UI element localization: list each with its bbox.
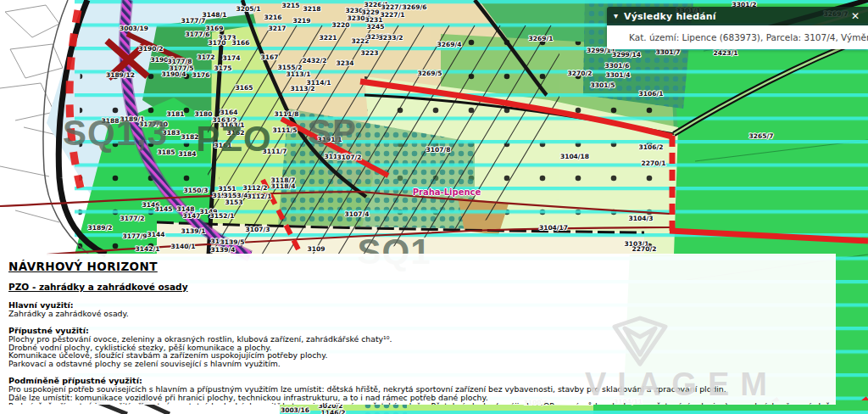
info-section: Podmíněně přípustné využití:Pro uspokoje… [8, 376, 836, 405]
search-results-panel: ▾ Výsledky hledání ✕ Kat. území: Lipence… [607, 7, 868, 49]
info-sections: Hlavní využití:Zahrádky a zahrádkové osa… [8, 300, 836, 405]
info-section: Hlavní využití:Zahrádky a zahrádkové osa… [8, 300, 836, 318]
section-line: Zahrádky a zahrádkové osady. [8, 310, 836, 318]
search-result-text: Kat. území: Lipence (683973), Parcela: 3… [629, 32, 868, 42]
search-result-row[interactable]: Kat. území: Lipence (683973), Parcela: 3… [607, 25, 868, 49]
search-results-title: Výsledky hledání [624, 11, 849, 22]
info-section: Přípustné využití:Plochy pro pěstování o… [8, 326, 836, 368]
chevron-down-icon[interactable]: ▾ [614, 12, 618, 20]
section-line: Podmíněně přípustné je využití přípustné… [8, 402, 836, 405]
zoning-info-panel: NÁVRHOVÝ HORIZONT PZO - zahrádky a zahrá… [0, 254, 836, 405]
info-subheading: PZO - zahrádky a zahrádkové osady [8, 282, 836, 292]
search-results-header[interactable]: ▾ Výsledky hledání ✕ [607, 7, 868, 25]
close-panel-icon[interactable]: ✕ [849, 10, 861, 22]
section-line: Parkovací a odstavné plochy se zelení so… [8, 360, 836, 368]
section-title: Hlavní využití: [8, 300, 836, 310]
map-application: 3003/193177/73177/63190/23190/13177/8317… [0, 0, 868, 414]
info-heading: NÁVRHOVÝ HORIZONT [8, 260, 836, 273]
